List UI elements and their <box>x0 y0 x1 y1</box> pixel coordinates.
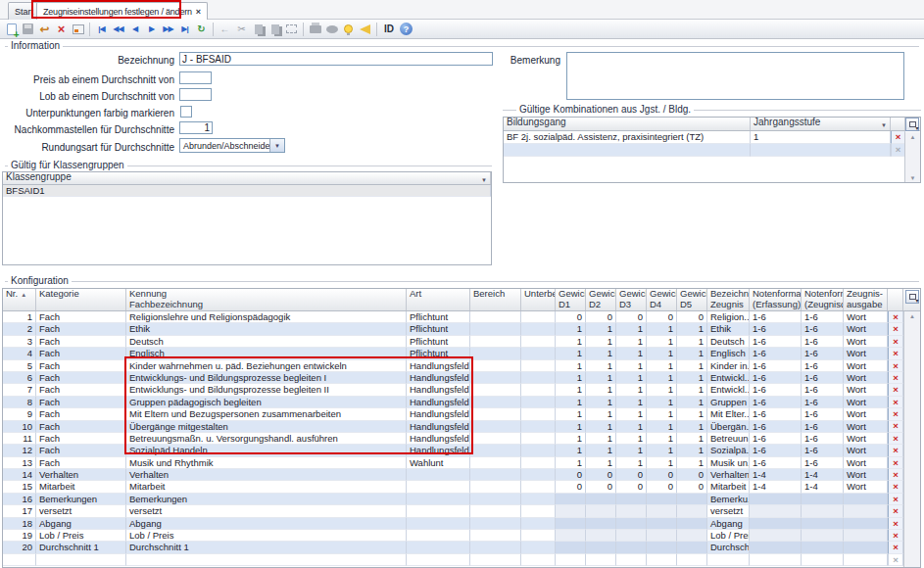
table-row[interactable]: 16 Bemerkungen Bemerkungen Bemerku... × <box>3 494 920 505</box>
cell-kategorie[interactable]: Fach <box>36 445 126 456</box>
cell-gewicht-d4[interactable]: 1 <box>647 445 677 456</box>
rundungsart-select[interactable]: Abrunden/Abschneiden ▼ <box>179 138 285 153</box>
cell-notenformat-zeugnisdruck[interactable]: 1-6 <box>802 311 844 323</box>
cell-bezeichnung-zeugnis[interactable]: Übergän... <box>707 421 750 433</box>
cell-bereich[interactable] <box>470 397 521 408</box>
cell-gewicht-d5[interactable]: 1 <box>677 360 707 372</box>
cell-gewicht-d1[interactable]: 1 <box>556 336 586 348</box>
delete-row-icon[interactable]: × <box>888 336 903 348</box>
tab-zeugniseinstellungen[interactable]: Zeugniseinstellungen festlegen / ändern … <box>36 2 208 20</box>
cell-klassengruppe[interactable]: BFSAID1 <box>3 185 491 197</box>
column-header-notenformat-zeugnisdruck[interactable]: Notenformat (Zeugnisdruck) <box>802 289 844 310</box>
cell-gewicht-d4[interactable] <box>647 518 677 530</box>
cell-gewicht-d1[interactable]: 0 <box>556 311 586 323</box>
cell-bezeichnung-zeugnis[interactable]: Entwickl... <box>707 384 750 396</box>
cell-kategorie[interactable]: Fach <box>36 311 126 323</box>
cell-zeugnisausgabe[interactable]: Wort <box>844 384 888 396</box>
cell-gewicht-d2[interactable]: 1 <box>586 457 616 469</box>
cell-gewicht-d3[interactable]: 1 <box>616 323 647 335</box>
cell-kennung[interactable]: Mit Eltern und Bezugspersonen zusammenar… <box>126 408 407 420</box>
cell-notenformat-zeugnisdruck[interactable] <box>802 494 844 505</box>
table-row[interactable]: 19 Lob / Preis Lob / Preis Lob / Preis × <box>3 530 920 542</box>
cell-kategorie[interactable]: Fach <box>36 336 126 348</box>
cell-unterbereich[interactable] <box>521 481 556 493</box>
delete-row-icon[interactable]: × <box>888 433 903 445</box>
cell-notenformat-erfassung[interactable]: 1-6 <box>750 323 802 335</box>
cell-gewicht-d5[interactable]: 1 <box>677 421 707 433</box>
cell-bezeichnung-zeugnis[interactable]: Lob / Preis <box>707 530 750 542</box>
cell-notenformat-erfassung[interactable] <box>750 505 802 517</box>
cell-unterbereich[interactable] <box>521 457 556 469</box>
cell-nr[interactable]: 7 <box>3 384 36 396</box>
delete-row-icon[interactable]: × <box>888 469 903 481</box>
cell-zeugnisausgabe[interactable]: Wort <box>844 457 888 469</box>
cell-gewicht-d2[interactable] <box>586 530 616 542</box>
cell-kennung[interactable]: Musik und Rhythmik <box>126 457 407 469</box>
cell-gewicht-d2[interactable]: 0 <box>586 469 616 481</box>
cell-bereich[interactable] <box>470 530 521 542</box>
table-row[interactable]: 14 Verhalten Verhalten 0 0 0 0 0 Verhalt… <box>3 469 920 481</box>
cell-gewicht-d1[interactable]: 1 <box>556 360 586 372</box>
nav-prev-button[interactable]: ◀ <box>126 22 143 37</box>
cell-bezeichnung-zeugnis[interactable]: Musik un... <box>707 457 750 469</box>
cell-kategorie[interactable]: Fach <box>36 457 126 469</box>
cell-gewicht-d3[interactable]: 1 <box>616 397 647 408</box>
delete-row-icon[interactable]: × <box>888 372 903 384</box>
preis-input[interactable] <box>179 71 212 84</box>
table-row[interactable]: 5 Fach Kinder wahrnehmen u. päd. Beziehu… <box>3 360 920 372</box>
column-header-bildungsgang[interactable]: Bildungsgang <box>504 118 751 130</box>
delete-row-icon[interactable]: × <box>888 457 903 469</box>
column-header-gewicht-d1[interactable]: Gewicht D1 <box>556 289 586 310</box>
cell-notenformat-erfassung[interactable] <box>750 494 802 505</box>
cell-nr[interactable] <box>3 554 36 566</box>
cell-zeugnisausgabe[interactable]: Wort <box>844 311 888 323</box>
cell-gewicht-d4[interactable]: 1 <box>647 372 677 384</box>
cell-notenformat-zeugnisdruck[interactable]: 1-6 <box>802 323 844 335</box>
column-header-art[interactable]: Art <box>407 289 470 310</box>
cell-gewicht-d2[interactable]: 0 <box>586 311 616 323</box>
cell-unterbereich[interactable] <box>521 542 556 553</box>
cell-art[interactable]: Pflichtunt <box>407 323 470 335</box>
cell-gewicht-d3[interactable]: 1 <box>616 445 647 456</box>
cell-bereich[interactable] <box>470 360 521 372</box>
cell-zeugnisausgabe[interactable]: Wort <box>844 445 888 456</box>
cell-gewicht-d4[interactable]: 1 <box>647 408 677 420</box>
cell-gewicht-d2[interactable]: 1 <box>586 445 616 456</box>
table-row[interactable]: 9 Fach Mit Eltern und Bezugspersonen zus… <box>3 408 920 420</box>
id-button[interactable]: ID <box>384 24 394 34</box>
cell-bezeichnung-zeugnis[interactable]: Betreuun... <box>707 433 750 445</box>
cell-nr[interactable]: 12 <box>3 445 36 456</box>
cell-gewicht-d5[interactable]: 1 <box>677 408 707 420</box>
cell-kategorie[interactable]: Mitarbeit <box>36 481 126 493</box>
cell-unterbereich[interactable] <box>521 348 556 359</box>
table-row[interactable]: 7 Fach Entwicklungs- und Bildungsprozess… <box>3 384 920 396</box>
cell-notenformat-erfassung[interactable] <box>750 554 802 566</box>
cell-kennung[interactable]: versetzt <box>126 505 407 517</box>
cell-bezeichnung-zeugnis[interactable]: versetzt <box>707 505 750 517</box>
cell-bezeichnung-zeugnis[interactable]: Verhalten <box>707 469 750 481</box>
column-header-nr[interactable]: Nr.▲ <box>3 289 36 310</box>
cell-notenformat-erfassung[interactable]: 1-6 <box>750 384 802 396</box>
column-header-jahrgangsstufe[interactable]: Jahrgangsstufe▼ <box>751 118 891 130</box>
cell-notenformat-erfassung[interactable]: 1-6 <box>750 372 802 384</box>
cell-bezeichnung-zeugnis[interactable] <box>707 554 750 566</box>
cell-unterbereich[interactable] <box>521 360 556 372</box>
cell-notenformat-erfassung[interactable]: 1-6 <box>750 445 802 456</box>
cell-gewicht-d5[interactable]: 1 <box>677 457 707 469</box>
cell-bereich[interactable] <box>470 505 521 517</box>
table-row[interactable]: 15 Mitarbeit Mitarbeit 0 0 0 0 0 Mitarbe… <box>3 481 920 493</box>
cell-unterbereich[interactable] <box>521 494 556 505</box>
cell-bereich[interactable] <box>470 433 521 445</box>
scroll-up-icon[interactable]: ▲ <box>909 313 915 319</box>
cell-kennung[interactable]: Religionslehre und Religionspädagogik <box>126 311 407 323</box>
cell-bereich[interactable] <box>470 445 521 456</box>
cell-gewicht-d3[interactable]: 0 <box>616 481 647 493</box>
cell-nr[interactable]: 19 <box>3 530 36 542</box>
scroll-up-icon[interactable]: ▲ <box>910 134 916 140</box>
cell-gewicht-d4[interactable] <box>647 494 677 505</box>
cell-gewicht-d2[interactable]: 1 <box>586 433 616 445</box>
cell-bereich[interactable] <box>470 481 521 493</box>
cell-bereich[interactable] <box>470 542 521 553</box>
cell-unterbereich[interactable] <box>521 469 556 481</box>
cell-kennung[interactable]: Entwicklungs- und Bildungsprozesse begle… <box>126 384 407 396</box>
